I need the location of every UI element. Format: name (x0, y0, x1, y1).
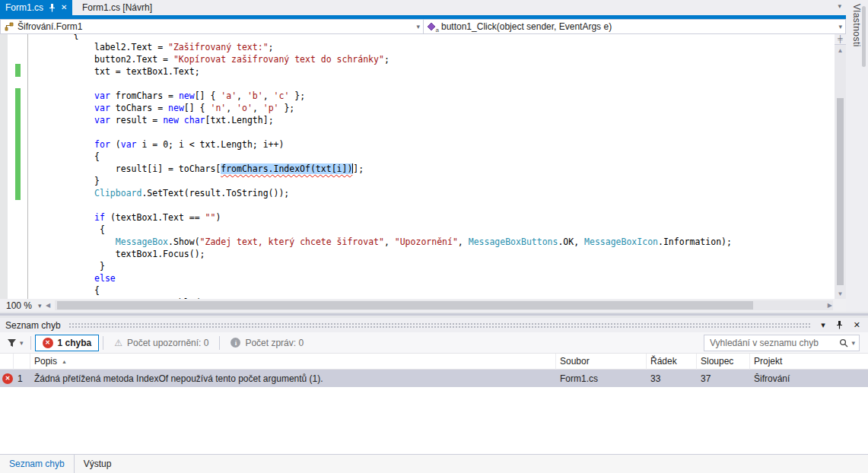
navigation-bar: Šifrování.Form1 ▾ a button1_Click(object… (0, 19, 846, 34)
error-icon: ✕ (43, 338, 53, 348)
filter-button[interactable]: ▾ (4, 337, 27, 349)
scroll-up-icon[interactable]: ▲ (835, 47, 846, 54)
drag-texture (68, 322, 811, 328)
tab-vlastnosti[interactable]: Vlastnosti (851, 4, 862, 47)
chevron-down-icon: ▾ (38, 302, 42, 310)
errors-filter-button[interactable]: ✕ 1 chyba (35, 335, 100, 351)
window-menu-icon[interactable]: ▾ (818, 320, 828, 330)
warning-icon: ⚠ (114, 338, 122, 348)
column-projekt[interactable]: Projekt (750, 354, 868, 370)
method-dropdown-label: button1_Click(object sender, EventArgs e… (441, 21, 612, 32)
pane-splitter[interactable] (0, 312, 868, 318)
close-icon[interactable]: ✕ (61, 4, 67, 11)
tab-form1cs[interactable]: Form1.cs ✕ (0, 0, 72, 15)
error-row[interactable]: ✕ 1 Žádná přetížená metoda IndexOf nepou… (0, 370, 868, 387)
document-tab-bar: Form1.cs ✕ Form1.cs [Návrh] ▾ (0, 0, 846, 15)
scroll-right-icon[interactable]: ▶ (828, 302, 832, 309)
tab-form1cs-navrh[interactable]: Form1.cs [Návrh] (75, 0, 160, 15)
warnings-filter-button[interactable]: ⚠ Počet upozornění: 0 (107, 335, 215, 351)
breakpoint-margin[interactable] (0, 34, 8, 299)
error-number: 1 (14, 373, 30, 384)
horizontal-scrollbar-thumb[interactable] (57, 301, 753, 310)
scroll-down-icon[interactable]: ▼ (835, 290, 846, 297)
method-icon: a (427, 22, 437, 31)
chevron-down-icon[interactable]: ▾ (851, 339, 855, 347)
toolbar-separator (30, 336, 31, 350)
chevron-down-icon: ▾ (838, 23, 842, 30)
autohide-tab-bar (862, 6, 866, 67)
error-line: 33 (647, 373, 697, 384)
scroll-left-icon[interactable]: ◀ (46, 302, 50, 309)
panel-tab-strip: Seznam chyb Výstup (0, 454, 868, 473)
vertical-scrollbar[interactable]: ╪ ▲ ▼ (835, 34, 846, 299)
autohide-channel: Vlastnosti (846, 0, 868, 312)
chevron-down-icon: ▾ (20, 339, 24, 347)
pin-icon[interactable] (49, 4, 56, 12)
error-file: Form1.cs (556, 373, 647, 384)
horizontal-scrollbar[interactable] (55, 300, 833, 310)
info-icon: i (231, 338, 240, 348)
messages-filter-button[interactable]: i Počet zpráv: 0 (224, 335, 310, 351)
tab-form1cs-navrh-label: Form1.cs [Návrh] (82, 2, 152, 13)
close-icon[interactable]: ✕ (851, 320, 863, 330)
chevron-down-icon: ▾ (416, 23, 420, 30)
column-number[interactable] (14, 354, 30, 370)
error-search-input[interactable] (708, 337, 836, 349)
sort-ascending-icon: ▲ (62, 359, 67, 364)
zoom-level: 100 % (6, 300, 32, 311)
column-popis[interactable]: Popis▲ (30, 354, 556, 370)
tab-overflow-icon[interactable]: ▾ (838, 2, 841, 10)
error-project: Šifrování (750, 373, 868, 384)
panel-title: Seznam chyb (5, 320, 61, 331)
column-soubor[interactable]: Soubor (556, 354, 647, 370)
outlining-margin-line (27, 34, 28, 299)
change-tracking-bar (15, 88, 21, 200)
tab-seznam-chyb[interactable]: Seznam chyb (0, 455, 74, 473)
change-tracking-bar (15, 64, 21, 77)
zoom-dropdown[interactable]: 100 % ▾ (2, 299, 46, 312)
error-icon: ✕ (0, 373, 14, 384)
tab-form1cs-label: Form1.cs (5, 2, 43, 13)
error-column: 37 (697, 373, 750, 384)
editor-bottom-bar: 100 % ▾ ◀ ▶ (0, 299, 846, 312)
toolbar-separator (219, 336, 220, 350)
error-list-toolbar: ▾ ✕ 1 chyba ⚠ Počet upozornění: 0 i Poče… (0, 332, 868, 353)
pin-icon[interactable] (833, 321, 846, 329)
search-icon[interactable] (839, 338, 848, 348)
errors-filter-label: 1 chyba (58, 338, 92, 348)
visual-studio-window: Form1.cs ✕ Form1.cs [Návrh] ▾ Šifrování.… (0, 0, 868, 473)
panel-title-bar[interactable]: Seznam chyb ▾ ✕ (0, 318, 868, 332)
column-icon[interactable] (0, 354, 14, 370)
class-dropdown[interactable]: Šifrování.Form1 ▾ (0, 19, 424, 34)
warnings-filter-label: Počet upozornění: 0 (127, 338, 208, 348)
column-radek[interactable]: Řádek (647, 354, 697, 370)
class-icon (4, 22, 14, 31)
messages-filter-label: Počet zpráv: 0 (245, 338, 304, 348)
filter-icon (7, 338, 17, 348)
vertical-scrollbar-thumb[interactable] (837, 98, 844, 285)
tab-vystup[interactable]: Výstup (75, 455, 121, 473)
error-description: Žádná přetížená metoda IndexOf nepoužívá… (30, 373, 556, 384)
splitter-grip-icon[interactable]: ╪ (835, 34, 846, 45)
toolbar-separator (103, 336, 103, 350)
error-search-box[interactable]: ▾ (704, 335, 860, 351)
error-table-header: Popis▲ Soubor Řádek Sloupec Projekt (0, 353, 868, 370)
column-sloupec[interactable]: Sloupec (697, 354, 750, 370)
code-lines[interactable]: { label2.Text = "Zašifrovaný text:"; but… (31, 34, 732, 299)
method-dropdown[interactable]: a button1_Click(object sender, EventArgs… (423, 19, 846, 34)
code-editor[interactable]: { label2.Text = "Zašifrovaný text:"; but… (0, 34, 846, 299)
class-dropdown-label: Šifrování.Form1 (17, 21, 82, 32)
error-list-panel: Seznam chyb ▾ ✕ ▾ ✕ 1 chyba ⚠ (0, 318, 868, 473)
